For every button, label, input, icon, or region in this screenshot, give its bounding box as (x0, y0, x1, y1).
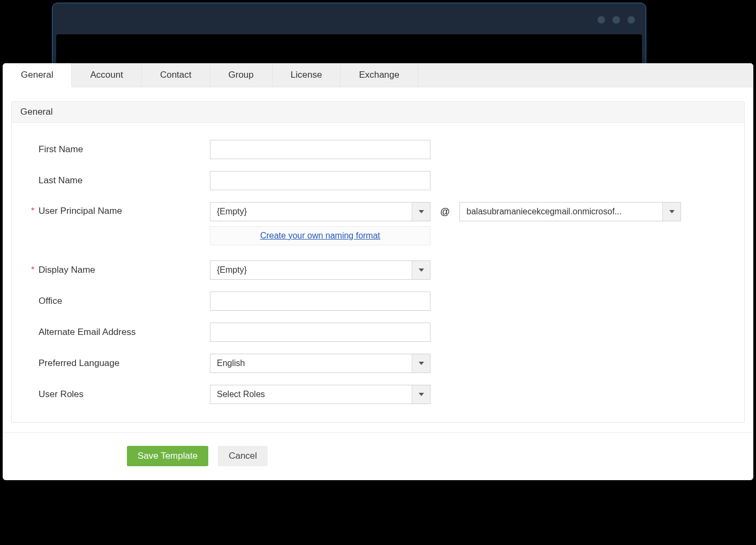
window-controls (598, 16, 635, 24)
label-alt-email: Alternate Email Address (39, 327, 210, 338)
preferred-language-combo[interactable]: English (210, 354, 430, 373)
upn-line: {Empty} @ balasubramaniecekcegmail.onmic… (210, 202, 681, 221)
tab-general[interactable]: General (3, 63, 72, 87)
alt-email-input[interactable] (210, 323, 430, 342)
label-display-name-text: Display Name (39, 265, 95, 275)
office-input[interactable] (210, 292, 430, 311)
upn-value: {Empty} (210, 203, 412, 221)
user-roles-toggle[interactable] (412, 385, 430, 404)
row-alt-email: Alternate Email Address (39, 323, 728, 342)
row-first-name: First Name (39, 140, 728, 159)
tab-account[interactable]: Account (72, 63, 141, 87)
label-preferred-language: Preferred Language (39, 358, 210, 369)
domain-combo[interactable]: balasubramaniecekcegmail.onmicrosof... (459, 202, 681, 221)
preferred-language-value: English (210, 354, 412, 372)
label-display-name: * Display Name (39, 265, 210, 275)
first-name-input[interactable] (210, 140, 430, 159)
footer: Save Template Cancel (3, 432, 753, 480)
upn-combo-toggle[interactable] (412, 203, 430, 221)
label-office: Office (39, 296, 210, 307)
chevron-down-icon (419, 362, 424, 365)
chevron-down-icon (419, 393, 424, 396)
label-upn-text: User Principal Name (39, 206, 122, 216)
cancel-button[interactable]: Cancel (218, 446, 268, 466)
user-roles-combo[interactable]: Select Roles (210, 385, 430, 404)
label-last-name: Last Name (39, 175, 210, 186)
domain-combo-toggle[interactable] (662, 203, 681, 221)
label-upn: * User Principal Name (39, 202, 210, 216)
user-roles-value: Select Roles (210, 385, 412, 404)
naming-format-link[interactable]: Create your own naming format (260, 231, 380, 241)
chevron-down-icon (669, 210, 675, 213)
app-window: General Account Contact Group License Ex… (3, 63, 753, 480)
window-dot (613, 16, 620, 24)
display-name-combo[interactable]: {Empty} (210, 260, 430, 280)
tab-bar: General Account Contact Group License Ex… (3, 63, 753, 87)
content: General First Name Last Name (3, 87, 753, 432)
last-name-input[interactable] (210, 171, 430, 190)
save-template-button[interactable]: Save Template (127, 446, 208, 466)
preferred-language-toggle[interactable] (412, 354, 430, 372)
tab-contact[interactable]: Contact (142, 63, 210, 87)
domain-value: balasubramaniecekcegmail.onmicrosof... (460, 203, 662, 221)
at-sign: @ (440, 206, 450, 218)
display-name-value: {Empty} (210, 261, 412, 279)
section-title: General (12, 102, 744, 123)
chevron-down-icon (419, 210, 424, 213)
label-user-roles: User Roles (39, 389, 210, 400)
window-dot (628, 16, 635, 24)
required-marker: * (31, 266, 34, 274)
row-user-roles: User Roles Select Roles (39, 385, 728, 404)
tab-exchange[interactable]: Exchange (341, 63, 418, 87)
tab-group[interactable]: Group (210, 63, 273, 87)
display-name-combo-toggle[interactable] (412, 261, 430, 279)
chevron-down-icon (419, 268, 424, 272)
label-first-name: First Name (39, 144, 210, 155)
required-marker: * (31, 207, 34, 215)
row-upn: * User Principal Name {Empty} @ (39, 202, 728, 245)
row-display-name: * Display Name {Empty} (39, 260, 728, 280)
window-dot (598, 16, 605, 24)
row-last-name: Last Name (39, 171, 728, 190)
row-office: Office (39, 292, 728, 311)
section-general: General First Name Last Name (11, 101, 745, 423)
tab-license[interactable]: License (273, 63, 341, 87)
naming-format-bar: Create your own naming format (210, 226, 430, 245)
row-preferred-language: Preferred Language English (39, 354, 728, 373)
section-body: First Name Last Name * User P (12, 123, 744, 422)
upn-combo[interactable]: {Empty} (210, 202, 430, 221)
